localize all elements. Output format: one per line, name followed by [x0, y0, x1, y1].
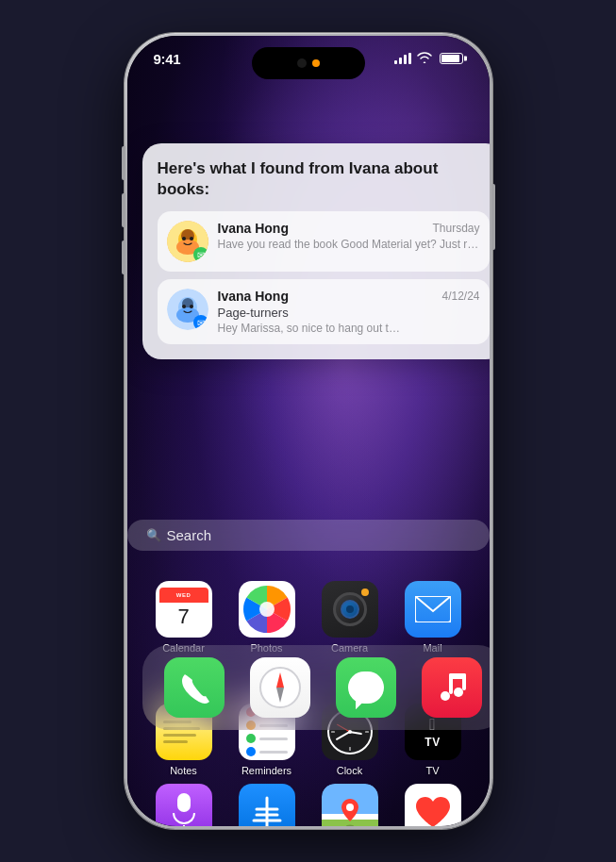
svg-point-17 [259, 602, 275, 617]
search-bar[interactable]: 🔍 Search [127, 520, 490, 551]
msg-subtitle-2: Page-turners [218, 306, 480, 320]
svg-point-29 [346, 804, 354, 811]
app-appstore[interactable]: App Store [233, 784, 301, 826]
msg-sender-1: Ivana Hong [218, 221, 289, 236]
phone-frame: 9:41 [125, 33, 492, 829]
search-text: Search [167, 527, 212, 543]
dock-messages[interactable] [336, 657, 396, 718]
siri-title: Here's what I found from Ivana about boo… [158, 158, 490, 200]
di-indicator [312, 59, 320, 67]
app-photos[interactable]: Photos [233, 581, 301, 654]
dock [142, 645, 490, 730]
status-icons [394, 51, 463, 66]
app-health[interactable]: Health [399, 784, 467, 826]
status-time: 9:41 [154, 51, 181, 67]
search-icon: 🔍 [146, 528, 161, 542]
svg-point-4 [182, 237, 186, 240]
message-item-1[interactable]: ✉ Ivana Hong Thursday Have you read the … [158, 211, 490, 272]
svg-text:✉: ✉ [197, 250, 205, 260]
app-podcasts[interactable]: Podcasts [150, 784, 218, 826]
app-clock-label: Clock [337, 765, 363, 776]
top-app-row: WED 7 Calendar [127, 581, 490, 654]
siri-card[interactable]: Here's what I found from Ivana about boo… [142, 143, 490, 359]
msg-date-2: 4/12/24 [441, 290, 479, 303]
home-screen: 9:41 [127, 36, 490, 826]
avatar-1: ✉ [167, 221, 208, 262]
app-mail[interactable]: Mail [399, 581, 467, 654]
app-reminders-label: Reminders [241, 765, 291, 776]
svg-point-13 [190, 305, 193, 308]
app-tv-label: TV [425, 765, 439, 776]
msg-preview-1: Have you read the book Good Material yet… [218, 238, 480, 251]
svg-text:✉: ✉ [197, 318, 205, 328]
signal-icon [394, 53, 411, 64]
battery-icon [440, 53, 463, 64]
svg-point-40 [441, 691, 450, 701]
di-camera [297, 58, 307, 68]
phone-screen: 9:41 [127, 36, 490, 826]
svg-point-41 [454, 688, 463, 697]
dock-safari[interactable] [250, 657, 310, 718]
app-notes-label: Notes [170, 765, 197, 776]
svg-rect-44 [449, 673, 466, 679]
app-maps[interactable]: Maps [316, 784, 384, 826]
dock-phone[interactable] [164, 657, 225, 718]
app-row-2: Podcasts App Store [142, 784, 474, 826]
svg-point-5 [190, 237, 193, 240]
msg-date-1: Thursday [432, 222, 479, 235]
avatar-2: ✉ [167, 289, 208, 330]
app-camera[interactable]: Camera [316, 581, 384, 654]
msg-sender-2: Ivana Hong [218, 289, 289, 304]
app-calendar[interactable]: WED 7 Calendar [150, 581, 218, 654]
message-item-2[interactable]: ✉ Ivana Hong 4/12/24 Page-turners Hey Ma… [158, 279, 490, 344]
msg-content-2: Ivana Hong 4/12/24 Page-turners Hey Mari… [218, 289, 480, 335]
msg-content-1: Ivana Hong Thursday Have you read the bo… [218, 221, 480, 251]
dock-music[interactable] [422, 657, 482, 718]
svg-point-12 [182, 305, 186, 308]
msg-preview-2: Hey Marissa, so nice to hang out t… [218, 322, 480, 335]
dynamic-island[interactable] [252, 47, 365, 79]
wifi-icon [417, 51, 432, 66]
